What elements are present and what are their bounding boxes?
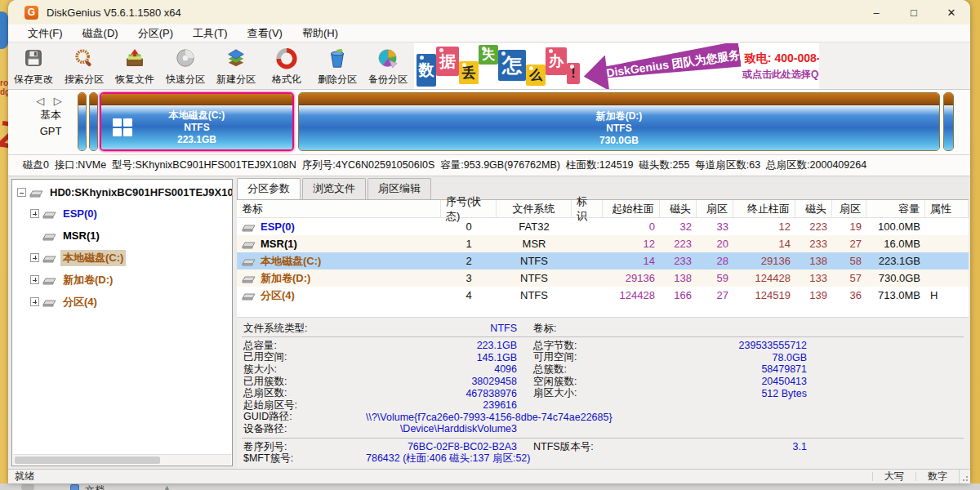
column-header-8[interactable]: 磁头 — [795, 200, 832, 217]
column-header-0[interactable]: 卷标 — [237, 200, 441, 217]
partition-block-c[interactable]: 本地磁盘(C:) NTFS 223.1GB — [100, 92, 294, 151]
cell-eh: 133 — [795, 270, 832, 287]
detail-label: 设备路径: — [243, 422, 366, 436]
cell-no: 1 — [441, 235, 497, 252]
save-icon — [22, 48, 45, 72]
expand-icon[interactable] — [30, 275, 39, 284]
cell-es: 36 — [832, 287, 866, 304]
table-row-0[interactable]: ESP(0)0FAT32032331222319100.0MB — [237, 218, 969, 235]
tree-item-label: 本地磁盘(C:) — [60, 250, 126, 266]
column-header-9[interactable]: 扇区 — [832, 200, 866, 217]
new-partition-icon — [225, 48, 247, 72]
toolbar-button-6[interactable]: 删除分区 — [312, 42, 363, 89]
tree-item-2[interactable]: 本地磁盘(C:) — [30, 247, 232, 269]
tree-hscrollbar[interactable] — [13, 454, 231, 465]
partition-c-fs: NTFS — [184, 122, 209, 134]
cell-ss: 59 — [697, 270, 733, 287]
banner-tile-6: 办 — [546, 47, 567, 75]
partition-block-esp[interactable] — [78, 92, 87, 151]
banner-tile-3: 失 — [479, 45, 498, 65]
column-header-11[interactable]: 属性 — [925, 200, 969, 217]
cell-fs: NTFS — [497, 252, 572, 270]
expand-icon[interactable] — [30, 209, 39, 218]
partition-d-fs: NTFS — [606, 122, 631, 135]
toolbar-button-5[interactable]: 格式化 — [261, 42, 312, 89]
cell-cap: 730.0GB — [866, 270, 925, 287]
delete-partition-icon — [326, 48, 349, 72]
partition-tree-panel: HD0:SKhynixBC901HFS001TEJ9X108N ESP(0)MS… — [11, 179, 233, 466]
partition-block-4[interactable] — [943, 92, 954, 151]
cell-flag — [572, 270, 603, 287]
detail-row-4: 总扇区数:467838976扇区大小:512 Bytes — [237, 387, 969, 399]
tab-2[interactable]: 扇区编辑 — [368, 178, 431, 199]
banner-qq-link[interactable]: 或点击此处选择QQ咨询 — [742, 68, 819, 82]
disk-overview-panel: ◁ ▷ 基本 GPT 本地磁盘(C:) NTFS 223.1GB 新加卷(D:) — [8, 90, 970, 155]
toolbar-button-label: 恢复文件 — [115, 73, 154, 87]
banner-tile-5: 么 — [526, 65, 546, 86]
menu-item-1[interactable]: 磁盘(D) — [73, 26, 128, 41]
detail-value: 512 Bytes — [631, 388, 807, 399]
menu-item-5[interactable]: 帮助(H) — [292, 26, 348, 41]
tree-item-0[interactable]: ESP(0) — [30, 203, 232, 225]
cell-fs: FAT32 — [497, 218, 572, 235]
resize-grip[interactable] — [959, 470, 970, 483]
cell-flag — [572, 252, 603, 270]
close-button[interactable]: ✕ — [933, 0, 970, 24]
table-row-1[interactable]: MSR(1)1MSR1222320142332716.0MB — [237, 235, 969, 252]
menu-item-4[interactable]: 查看(V) — [238, 26, 292, 41]
toolbar-button-0[interactable]: 保存更改 — [8, 42, 59, 89]
table-row-4[interactable]: 分区(4)4NTFS1244281662712451913936713.0MBH — [237, 287, 969, 304]
cell-eh: 233 — [795, 235, 832, 252]
column-header-2[interactable]: 文件系统 — [497, 200, 572, 217]
disk-icon — [242, 222, 256, 232]
toolbar-button-7[interactable]: 备份分区 — [363, 42, 413, 89]
menu-item-2[interactable]: 分区(P) — [128, 26, 183, 41]
cell-es: 58 — [832, 252, 866, 270]
expand-icon[interactable] — [30, 253, 39, 262]
cell-es: 27 — [832, 235, 866, 252]
cell-flag — [572, 235, 603, 252]
tree-item-1[interactable]: MSR(1) — [30, 225, 232, 247]
cell-sc: 29136 — [603, 270, 660, 287]
collapse-icon[interactable] — [17, 188, 26, 197]
column-header-4[interactable]: 起始柱面 — [603, 200, 660, 217]
menu-item-3[interactable]: 工具(T) — [183, 26, 238, 41]
cell-fs: NTFS — [497, 287, 572, 304]
disk-icon — [242, 291, 256, 301]
maximize-button[interactable]: □ — [895, 0, 933, 24]
tree-item-3[interactable]: 新加卷(D:) — [30, 269, 232, 291]
minimize-button[interactable]: – — [858, 0, 895, 24]
partition-table-header: 卷标序号(状态)文件系统标识起始柱面磁头扇区终止柱面磁头扇区容量属性 — [237, 200, 969, 218]
tab-0[interactable]: 分区参数 — [237, 178, 301, 200]
tree-item-label: ESP(0) — [60, 207, 100, 220]
toolbar-button-4[interactable]: 新建分区 — [211, 42, 261, 89]
tab-1[interactable]: 浏览文件 — [302, 178, 366, 199]
expand-icon[interactable] — [30, 297, 39, 306]
volume-label: 新加卷(D:) — [261, 271, 310, 286]
table-row-2[interactable]: 本地磁盘(C:)2NTFS14233282913613858223.1GB — [237, 252, 969, 270]
tree-root-disk[interactable]: HD0:SKhynixBC901HFS001TEJ9X108N — [12, 180, 232, 203]
column-header-5[interactable]: 磁头 — [660, 200, 697, 217]
cell-ec: 12 — [733, 218, 795, 235]
promo-banner[interactable]: 数据丢失怎么办! DiskGenius 团队为您服务 致电: 400-008-9… — [414, 43, 819, 89]
column-header-7[interactable]: 终止柱面 — [733, 200, 795, 217]
toolbar-button-label: 删除分区 — [318, 73, 357, 87]
partition-d-size: 730.0GB — [599, 135, 639, 147]
toolbar-button-3[interactable]: 快速分区 — [160, 42, 211, 89]
partition-block-d[interactable]: 新加卷(D:) NTFS 730.0GB — [298, 92, 940, 151]
partition-block-msr[interactable] — [89, 92, 98, 151]
cell-ec: 29136 — [733, 252, 795, 270]
disk-nav-arrows[interactable]: ◁ ▷ — [28, 95, 74, 107]
backup-partition-icon — [376, 48, 399, 72]
tree-hscrollbar-thumb[interactable] — [15, 457, 160, 464]
column-header-3[interactable]: 标识 — [572, 200, 603, 217]
menu-item-0[interactable]: 文件(F) — [18, 26, 73, 41]
column-header-6[interactable]: 扇区 — [697, 200, 733, 217]
toolbar-button-2[interactable]: 恢复文件 — [109, 42, 160, 89]
toolbar-button-1[interactable]: 搜索分区 — [59, 42, 109, 89]
column-header-10[interactable]: 容量 — [866, 200, 925, 217]
column-header-1[interactable]: 序号(状态) — [441, 200, 497, 217]
detail-row-2: 簇大小:4096总簇数:58479871 — [237, 363, 969, 376]
table-row-3[interactable]: 新加卷(D:)3NTFS291361385912442813357730.0GB — [237, 270, 969, 287]
tree-item-4[interactable]: 分区(4) — [30, 291, 232, 313]
